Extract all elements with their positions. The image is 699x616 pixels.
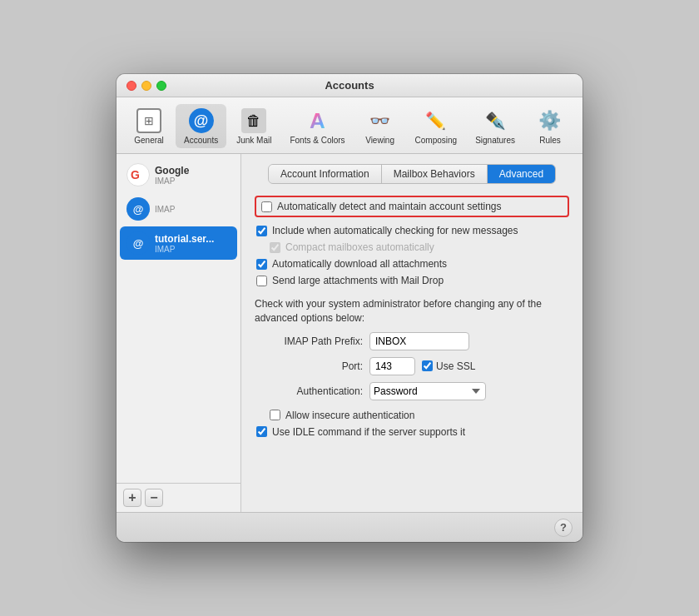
toolbar-item-composing[interactable]: ✏️ Composing: [407, 104, 466, 148]
imap-path-input[interactable]: [369, 332, 469, 350]
toolbar-label-general: General: [134, 136, 164, 145]
sidebar-account-tutorial[interactable]: @ tutorial.ser... IMAP: [120, 226, 237, 260]
auth-row: Authentication: Password MD5 Challenge-R…: [255, 382, 569, 400]
tab-advanced[interactable]: Advanced: [488, 165, 555, 183]
maximize-button[interactable]: [156, 81, 166, 91]
auto-download-label: Automatically download all attachments: [272, 258, 447, 270]
sidebar-account-list: G Google IMAP @ IMAP: [116, 154, 240, 483]
port-label: Port:: [255, 360, 363, 372]
bottom-bar: ?: [116, 512, 582, 542]
toolbar-label-signatures: Signatures: [475, 136, 515, 145]
close-button[interactable]: [126, 81, 136, 91]
tutorial-account-info: tutorial.ser... IMAP: [155, 233, 214, 254]
remove-account-button[interactable]: −: [145, 489, 163, 507]
admin-note: Check with your system administrator bef…: [255, 297, 569, 325]
insecure-auth-label: Allow insecure authentication: [285, 410, 414, 421]
toolbar-items: ⊞ General @ Accounts 🗑 Junk Mail A: [124, 104, 575, 148]
auth-label: Authentication:: [255, 385, 363, 397]
toolbar-item-viewing[interactable]: 👓 Viewing: [355, 104, 405, 148]
traffic-lights: [126, 81, 166, 91]
main-window: Accounts ⊞ General @ Accounts 🗑 Junk M: [116, 74, 582, 542]
auth-select[interactable]: Password MD5 Challenge-Response NTLM Ker…: [369, 382, 486, 400]
toolbar-label-composing: Composing: [415, 136, 458, 145]
sidebar: G Google IMAP @ IMAP: [116, 154, 241, 512]
main-content: G Google IMAP @ IMAP: [116, 154, 582, 512]
imap-account-type: IMAP: [155, 205, 175, 214]
include-checking-row: Include when automatically checking for …: [256, 222, 569, 239]
svg-text:G: G: [131, 168, 140, 181]
send-large-row: Send large attachments with Mail Drop: [256, 272, 569, 289]
junkmail-icon: 🗑: [240, 107, 267, 134]
port-row: Port: Use SSL: [255, 357, 569, 375]
ssl-check-row: Use SSL: [422, 360, 475, 372]
auto-detect-label: Automatically detect and maintain accoun…: [277, 201, 501, 212]
toolbar-item-junkmail[interactable]: 🗑 Junk Mail: [228, 104, 280, 148]
toolbar-item-signatures[interactable]: ✒️ Signatures: [467, 104, 523, 148]
toolbar-label-junkmail: Junk Mail: [236, 136, 271, 145]
google-account-type: IMAP: [155, 176, 189, 186]
toolbar-label-fonts: Fonts & Colors: [290, 136, 345, 145]
toolbar: ⊞ General @ Accounts 🗑 Junk Mail A: [116, 97, 582, 154]
toolbar-item-fonts[interactable]: A Fonts & Colors: [281, 104, 353, 148]
toolbar-label-viewing: Viewing: [365, 136, 394, 145]
minimize-button[interactable]: [141, 81, 151, 91]
auto-detect-highlighted-row: Automatically detect and maintain accoun…: [255, 196, 569, 217]
tutorial-account-name: tutorial.ser...: [155, 233, 214, 245]
toolbar-label-rules: Rules: [539, 136, 561, 145]
composing-icon: ✏️: [423, 107, 449, 134]
window-title: Accounts: [325, 79, 374, 92]
use-ssl-checkbox[interactable]: [422, 360, 433, 371]
compact-mailboxes-row: Compact mailboxes automatically: [270, 239, 569, 256]
tab-mailbox-behaviors[interactable]: Mailbox Behaviors: [382, 165, 488, 183]
toolbar-label-accounts: Accounts: [184, 136, 218, 145]
fonts-icon: A: [304, 107, 330, 134]
compact-mailboxes-checkbox[interactable]: [270, 242, 280, 253]
viewing-icon: 👓: [367, 107, 394, 134]
tutorial-avatar: @: [126, 231, 150, 255]
google-account-name: Google: [155, 165, 189, 176]
port-controls: Use SSL: [369, 357, 475, 375]
general-icon: ⊞: [136, 107, 162, 134]
toolbar-item-general[interactable]: ⊞ General: [124, 104, 174, 148]
use-idle-checkbox[interactable]: [256, 426, 267, 437]
use-idle-row: Use IDLE command if the server supports …: [256, 424, 569, 440]
imap-account-info: IMAP: [155, 205, 175, 214]
sub-tabs: Account Information Mailbox Behaviors Ad…: [268, 164, 556, 184]
toolbar-item-accounts[interactable]: @ Accounts: [176, 104, 226, 148]
signatures-icon: ✒️: [482, 107, 508, 134]
tab-account-information[interactable]: Account Information: [269, 165, 382, 183]
include-checking-label: Include when automatically checking for …: [272, 225, 518, 236]
compact-mailboxes-label: Compact mailboxes automatically: [285, 241, 434, 253]
right-panel: Account Information Mailbox Behaviors Ad…: [241, 154, 582, 512]
sidebar-footer: + −: [116, 483, 240, 512]
imap-path-label: IMAP Path Prefix:: [255, 335, 363, 347]
send-large-label: Send large attachments with Mail Drop: [272, 275, 444, 286]
help-button[interactable]: ?: [554, 519, 573, 537]
use-ssl-label: Use SSL: [436, 360, 475, 372]
sidebar-account-imap[interactable]: @ IMAP: [120, 192, 237, 226]
send-large-checkbox[interactable]: [256, 276, 267, 286]
auto-detect-checkbox[interactable]: [261, 201, 272, 212]
rules-icon: ⚙️: [537, 107, 563, 134]
google-account-info: Google IMAP: [155, 165, 189, 186]
settings-area: Automatically detect and maintain accoun…: [255, 196, 569, 502]
port-input[interactable]: [369, 357, 415, 375]
google-avatar: G: [126, 163, 150, 186]
tutorial-account-type: IMAP: [155, 245, 214, 254]
add-account-button[interactable]: +: [123, 489, 141, 507]
imap-avatar: @: [126, 197, 150, 221]
sidebar-account-google[interactable]: G Google IMAP: [120, 158, 237, 191]
imap-path-row: IMAP Path Prefix:: [255, 332, 569, 350]
auto-download-row: Automatically download all attachments: [256, 256, 569, 272]
toolbar-item-rules[interactable]: ⚙️ Rules: [525, 104, 575, 148]
insecure-auth-checkbox[interactable]: [270, 410, 280, 420]
titlebar: Accounts: [116, 74, 582, 97]
insecure-auth-row: Allow insecure authentication: [270, 407, 569, 424]
auto-download-checkbox[interactable]: [256, 259, 267, 270]
auth-select-wrapper: Password MD5 Challenge-Response NTLM Ker…: [369, 382, 486, 400]
include-checking-checkbox[interactable]: [256, 226, 267, 236]
accounts-icon: @: [188, 107, 215, 134]
use-idle-label: Use IDLE command if the server supports …: [272, 426, 465, 438]
